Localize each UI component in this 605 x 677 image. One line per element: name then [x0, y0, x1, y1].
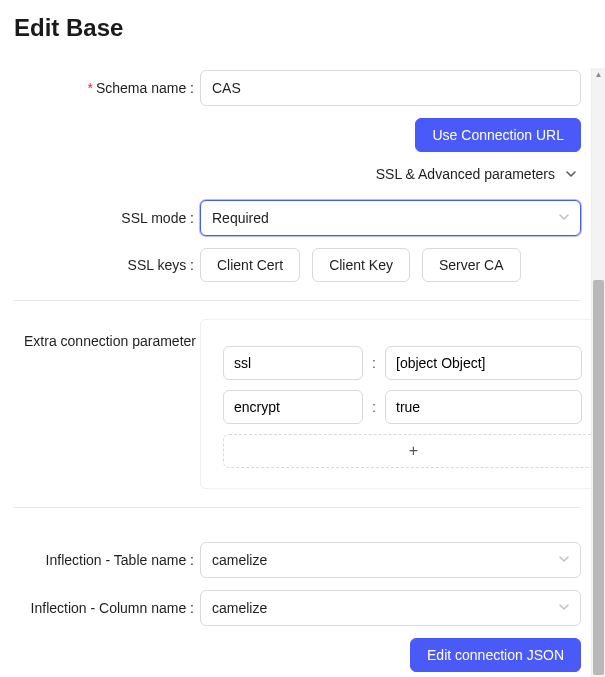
scrollbar-track[interactable]: ▲: [591, 68, 605, 677]
inflection-table-value: camelize: [212, 552, 267, 568]
client-key-button[interactable]: Client Key: [312, 248, 410, 282]
page-title: Edit Base: [14, 14, 589, 42]
scrollbar-thumb[interactable]: [593, 280, 604, 675]
param-key-input[interactable]: [223, 390, 363, 424]
ssl-advanced-toggle[interactable]: SSL & Advanced parameters: [14, 166, 581, 182]
chevron-down-icon: [558, 600, 570, 616]
ssl-mode-select[interactable]: Required: [200, 200, 581, 236]
chevron-down-icon: [565, 168, 577, 180]
inflection-table-select[interactable]: camelize: [200, 542, 581, 578]
divider: [14, 507, 581, 508]
divider: [14, 300, 581, 301]
inflection-table-label: Inflection - Table name :: [14, 552, 200, 568]
param-row: : ✕: [223, 390, 604, 424]
param-key-input[interactable]: [223, 346, 363, 380]
required-asterisk: *: [87, 80, 92, 96]
chevron-down-icon: [558, 210, 570, 226]
ssl-mode-label: SSL mode :: [14, 210, 200, 226]
scroll-up-icon[interactable]: ▲: [592, 68, 605, 80]
ssl-advanced-label: SSL & Advanced parameters: [376, 166, 555, 182]
inflection-column-label: Inflection - Column name :: [14, 600, 200, 616]
schema-name-input[interactable]: [200, 70, 581, 106]
edit-connection-json-button[interactable]: Edit connection JSON: [410, 638, 581, 672]
add-param-button[interactable]: +: [223, 434, 604, 468]
param-value-input[interactable]: [385, 390, 582, 424]
extra-params-label: Extra connection parameter: [14, 319, 200, 349]
extra-params-box: : ✕ : ✕ +: [200, 319, 605, 489]
ssl-mode-value: Required: [212, 210, 269, 226]
inflection-column-value: camelize: [212, 600, 267, 616]
param-value-input[interactable]: [385, 346, 582, 380]
param-colon: :: [371, 355, 377, 371]
server-ca-button[interactable]: Server CA: [422, 248, 521, 282]
ssl-keys-label: SSL keys :: [14, 257, 200, 273]
chevron-down-icon: [558, 552, 570, 568]
use-connection-url-button[interactable]: Use Connection URL: [415, 118, 581, 152]
inflection-column-select[interactable]: camelize: [200, 590, 581, 626]
param-row: : ✕: [223, 346, 604, 380]
client-cert-button[interactable]: Client Cert: [200, 248, 300, 282]
param-colon: :: [371, 399, 377, 415]
schema-name-label: *Schema name :: [14, 80, 200, 96]
